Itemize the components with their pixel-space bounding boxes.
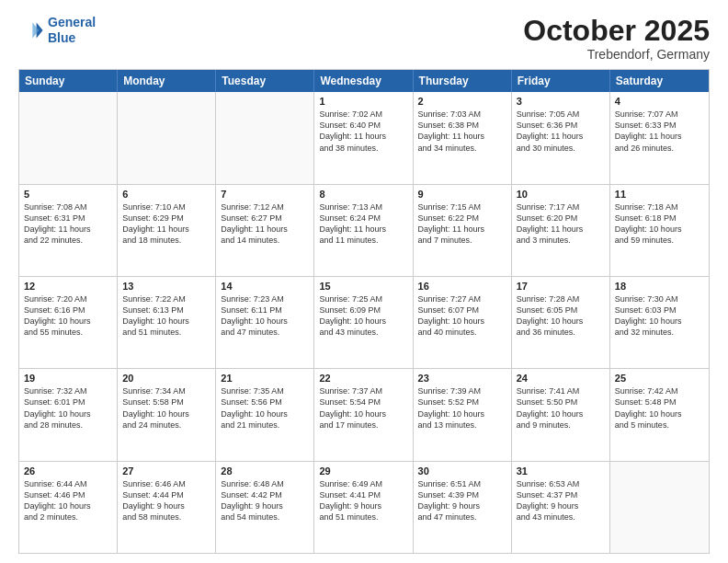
logo-line1: General	[48, 15, 96, 29]
cell-daylight-info: Sunrise: 7:15 AM Sunset: 6:22 PM Dayligh…	[418, 201, 506, 247]
weekday-header: Tuesday	[216, 70, 314, 92]
calendar-cell: 30Sunrise: 6:51 AM Sunset: 4:39 PM Dayli…	[414, 462, 512, 553]
calendar-cell	[118, 92, 216, 183]
cell-daylight-info: Sunrise: 7:18 AM Sunset: 6:18 PM Dayligh…	[615, 201, 704, 247]
page-container: General Blue October 2025 Trebendorf, Ge…	[0, 0, 728, 563]
calendar-cell: 11Sunrise: 7:18 AM Sunset: 6:18 PM Dayli…	[610, 185, 709, 276]
cell-daylight-info: Sunrise: 7:17 AM Sunset: 6:20 PM Dayligh…	[517, 201, 605, 247]
calendar-cell: 20Sunrise: 7:34 AM Sunset: 5:58 PM Dayli…	[118, 369, 216, 460]
calendar-cell: 17Sunrise: 7:28 AM Sunset: 6:05 PM Dayli…	[512, 277, 610, 368]
calendar-cell: 22Sunrise: 7:37 AM Sunset: 5:54 PM Dayli…	[314, 369, 413, 460]
day-number: 17	[517, 281, 605, 292]
weekday-header: Saturday	[610, 70, 709, 92]
day-number: 21	[221, 373, 309, 384]
calendar-cell: 26Sunrise: 6:44 AM Sunset: 4:46 PM Dayli…	[19, 462, 118, 553]
cell-daylight-info: Sunrise: 7:22 AM Sunset: 6:13 PM Dayligh…	[122, 293, 210, 339]
cell-daylight-info: Sunrise: 7:08 AM Sunset: 6:31 PM Dayligh…	[24, 201, 112, 247]
calendar-row: 26Sunrise: 6:44 AM Sunset: 4:46 PM Dayli…	[19, 461, 709, 553]
day-number: 15	[319, 281, 407, 292]
day-number: 27	[122, 465, 210, 477]
day-number: 1	[319, 96, 407, 107]
calendar-cell: 1Sunrise: 7:02 AM Sunset: 6:40 PM Daylig…	[314, 92, 413, 183]
calendar-cell: 5Sunrise: 7:08 AM Sunset: 6:31 PM Daylig…	[19, 185, 118, 276]
cell-daylight-info: Sunrise: 7:32 AM Sunset: 6:01 PM Dayligh…	[24, 385, 112, 431]
calendar-cell: 4Sunrise: 7:07 AM Sunset: 6:33 PM Daylig…	[610, 92, 709, 183]
day-number: 3	[517, 96, 605, 107]
cell-daylight-info: Sunrise: 7:03 AM Sunset: 6:38 PM Dayligh…	[418, 109, 506, 154]
calendar-cell	[19, 92, 118, 183]
title-block: October 2025 Trebendorf, Germany	[523, 15, 710, 62]
day-number: 25	[615, 373, 704, 384]
month-title: October 2025	[523, 15, 710, 47]
day-number: 13	[122, 281, 210, 292]
cell-daylight-info: Sunrise: 7:42 AM Sunset: 5:48 PM Dayligh…	[615, 385, 704, 431]
day-number: 30	[418, 465, 506, 477]
cell-daylight-info: Sunrise: 7:02 AM Sunset: 6:40 PM Dayligh…	[319, 109, 407, 154]
cell-daylight-info: Sunrise: 6:51 AM Sunset: 4:39 PM Dayligh…	[418, 478, 506, 523]
cell-daylight-info: Sunrise: 6:46 AM Sunset: 4:44 PM Dayligh…	[122, 478, 210, 523]
calendar-cell: 21Sunrise: 7:35 AM Sunset: 5:56 PM Dayli…	[216, 369, 314, 460]
calendar: SundayMondayTuesdayWednesdayThursdayFrid…	[18, 69, 710, 554]
calendar-cell	[610, 462, 709, 553]
weekday-header: Thursday	[414, 70, 512, 92]
day-number: 20	[122, 373, 210, 384]
calendar-row: 12Sunrise: 7:20 AM Sunset: 6:16 PM Dayli…	[19, 276, 709, 368]
cell-daylight-info: Sunrise: 7:39 AM Sunset: 5:52 PM Dayligh…	[418, 385, 506, 431]
cell-daylight-info: Sunrise: 7:30 AM Sunset: 6:03 PM Dayligh…	[615, 293, 704, 339]
cell-daylight-info: Sunrise: 6:49 AM Sunset: 4:41 PM Dayligh…	[319, 478, 407, 523]
calendar-cell: 27Sunrise: 6:46 AM Sunset: 4:44 PM Dayli…	[118, 462, 216, 553]
logo-icon	[18, 17, 44, 43]
day-number: 22	[319, 373, 407, 384]
page-header: General Blue October 2025 Trebendorf, Ge…	[18, 15, 710, 62]
cell-daylight-info: Sunrise: 7:05 AM Sunset: 6:36 PM Dayligh…	[517, 109, 605, 154]
day-number: 24	[517, 373, 605, 384]
day-number: 14	[221, 281, 309, 292]
cell-daylight-info: Sunrise: 7:23 AM Sunset: 6:11 PM Dayligh…	[221, 293, 309, 339]
calendar-cell: 3Sunrise: 7:05 AM Sunset: 6:36 PM Daylig…	[512, 92, 610, 183]
calendar-cell: 9Sunrise: 7:15 AM Sunset: 6:22 PM Daylig…	[414, 185, 512, 276]
day-number: 11	[615, 189, 704, 200]
day-number: 9	[418, 189, 506, 200]
day-number: 19	[24, 373, 112, 384]
cell-daylight-info: Sunrise: 6:44 AM Sunset: 4:46 PM Dayligh…	[24, 478, 112, 523]
day-number: 6	[122, 189, 210, 200]
calendar-header: SundayMondayTuesdayWednesdayThursdayFrid…	[19, 70, 709, 92]
calendar-cell: 24Sunrise: 7:41 AM Sunset: 5:50 PM Dayli…	[512, 369, 610, 460]
calendar-cell: 14Sunrise: 7:23 AM Sunset: 6:11 PM Dayli…	[216, 277, 314, 368]
day-number: 28	[221, 465, 309, 477]
weekday-header: Wednesday	[314, 70, 413, 92]
day-number: 18	[615, 281, 704, 292]
day-number: 23	[418, 373, 506, 384]
calendar-cell: 18Sunrise: 7:30 AM Sunset: 6:03 PM Dayli…	[610, 277, 709, 368]
calendar-cell: 19Sunrise: 7:32 AM Sunset: 6:01 PM Dayli…	[19, 369, 118, 460]
calendar-cell: 15Sunrise: 7:25 AM Sunset: 6:09 PM Dayli…	[314, 277, 413, 368]
cell-daylight-info: Sunrise: 7:10 AM Sunset: 6:29 PM Dayligh…	[122, 201, 210, 247]
logo-text: General Blue	[48, 15, 96, 46]
logo-line2: Blue	[48, 30, 75, 45]
calendar-cell: 6Sunrise: 7:10 AM Sunset: 6:29 PM Daylig…	[118, 185, 216, 276]
cell-daylight-info: Sunrise: 7:28 AM Sunset: 6:05 PM Dayligh…	[517, 293, 605, 339]
day-number: 29	[319, 465, 407, 477]
day-number: 12	[24, 281, 112, 292]
cell-daylight-info: Sunrise: 7:34 AM Sunset: 5:58 PM Dayligh…	[122, 385, 210, 431]
calendar-row: 1Sunrise: 7:02 AM Sunset: 6:40 PM Daylig…	[19, 92, 709, 183]
cell-daylight-info: Sunrise: 6:48 AM Sunset: 4:42 PM Dayligh…	[221, 478, 309, 523]
calendar-cell: 12Sunrise: 7:20 AM Sunset: 6:16 PM Dayli…	[19, 277, 118, 368]
calendar-cell: 8Sunrise: 7:13 AM Sunset: 6:24 PM Daylig…	[314, 185, 413, 276]
day-number: 31	[517, 465, 605, 477]
calendar-cell: 23Sunrise: 7:39 AM Sunset: 5:52 PM Dayli…	[414, 369, 512, 460]
weekday-header: Sunday	[19, 70, 118, 92]
cell-daylight-info: Sunrise: 7:07 AM Sunset: 6:33 PM Dayligh…	[615, 109, 704, 154]
calendar-cell	[216, 92, 314, 183]
calendar-cell: 16Sunrise: 7:27 AM Sunset: 6:07 PM Dayli…	[414, 277, 512, 368]
cell-daylight-info: Sunrise: 7:41 AM Sunset: 5:50 PM Dayligh…	[517, 385, 605, 431]
cell-daylight-info: Sunrise: 7:35 AM Sunset: 5:56 PM Dayligh…	[221, 385, 309, 431]
calendar-cell: 10Sunrise: 7:17 AM Sunset: 6:20 PM Dayli…	[512, 185, 610, 276]
calendar-cell: 2Sunrise: 7:03 AM Sunset: 6:38 PM Daylig…	[414, 92, 512, 183]
day-number: 26	[24, 465, 112, 477]
cell-daylight-info: Sunrise: 7:20 AM Sunset: 6:16 PM Dayligh…	[24, 293, 112, 339]
cell-daylight-info: Sunrise: 7:13 AM Sunset: 6:24 PM Dayligh…	[319, 201, 407, 247]
calendar-cell: 31Sunrise: 6:53 AM Sunset: 4:37 PM Dayli…	[512, 462, 610, 553]
day-number: 10	[517, 189, 605, 200]
cell-daylight-info: Sunrise: 7:12 AM Sunset: 6:27 PM Dayligh…	[221, 201, 309, 247]
